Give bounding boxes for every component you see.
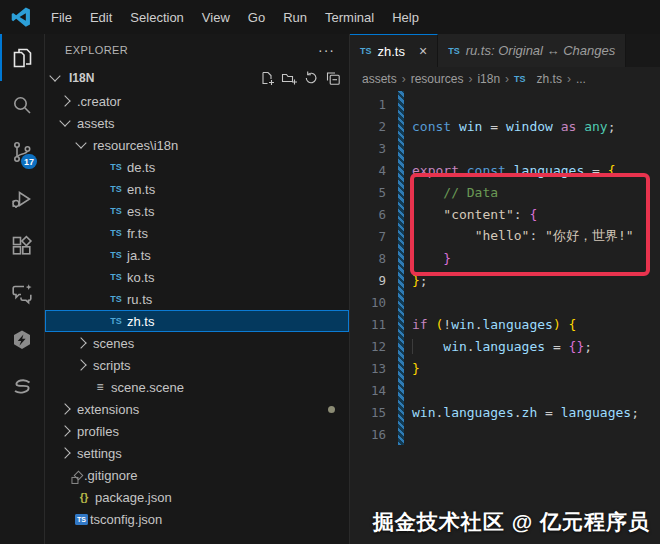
- chevron-down-icon: [59, 115, 70, 126]
- menu-help[interactable]: Help: [383, 10, 428, 25]
- tree-item-scene-scene[interactable]: ≡scene.scene: [45, 376, 349, 398]
- code-line[interactable]: 15win.languages.zh = languages;: [350, 401, 660, 423]
- refresh-icon[interactable]: [303, 70, 319, 86]
- menu-view[interactable]: View: [193, 10, 239, 25]
- code-token: win: [459, 119, 482, 134]
- menu-edit[interactable]: Edit: [81, 10, 121, 25]
- line-number[interactable]: 11: [350, 317, 386, 332]
- files-icon: [10, 46, 34, 70]
- code-token: !: [443, 317, 451, 332]
- activity-explorer[interactable]: [0, 34, 44, 81]
- line-number[interactable]: 12: [350, 339, 386, 354]
- code-line[interactable]: 8 }: [350, 247, 660, 269]
- close-icon[interactable]: ×: [419, 43, 427, 59]
- explorer-more-actions-icon[interactable]: ···: [318, 42, 335, 58]
- code-line[interactable]: 4export const languages = {: [350, 159, 660, 181]
- code-token: const: [467, 163, 514, 178]
- activity-source-control[interactable]: 17: [0, 128, 44, 175]
- tree-item-resources-i18n[interactable]: resources\i18n: [45, 134, 349, 156]
- menu-go[interactable]: Go: [239, 10, 274, 25]
- tree-item-scripts[interactable]: scripts: [45, 354, 349, 376]
- activity-chat[interactable]: [0, 269, 44, 316]
- menu-file[interactable]: File: [42, 10, 81, 25]
- code-token: languages: [443, 405, 513, 420]
- line-number[interactable]: 2: [350, 119, 386, 134]
- tree-item--creator[interactable]: .creator: [45, 90, 349, 112]
- code-line[interactable]: 16: [350, 423, 660, 445]
- code-line[interactable]: 5 // Data: [350, 181, 660, 203]
- new-folder-icon[interactable]: [281, 70, 297, 86]
- typescript-file-icon: TS: [107, 294, 125, 304]
- breadcrumb-item[interactable]: i18n: [477, 72, 500, 86]
- tree-item-extensions[interactable]: extensions: [45, 398, 349, 420]
- tab-ru-ts-diff[interactable]: TS ru.ts: Original ↔ Changes: [438, 34, 626, 67]
- tree-item-scenes[interactable]: scenes: [45, 332, 349, 354]
- chevron-right-icon: [59, 425, 70, 436]
- explorer-section-header[interactable]: I18N: [45, 66, 349, 90]
- tab-label: zh.ts: [378, 44, 405, 59]
- code-token: {: [529, 207, 537, 222]
- menu-terminal[interactable]: Terminal: [316, 10, 383, 25]
- code-line[interactable]: 12 win.languages = {};: [350, 335, 660, 357]
- line-number[interactable]: 15: [350, 405, 386, 420]
- tree-item-zh-ts[interactable]: TSzh.ts: [45, 310, 349, 332]
- breadcrumb-item[interactable]: assets: [362, 72, 397, 86]
- typescript-file-icon: TS: [107, 184, 125, 194]
- tree-item-ja-ts[interactable]: TSja.ts: [45, 244, 349, 266]
- line-number[interactable]: 6: [350, 207, 386, 222]
- line-number[interactable]: 14: [350, 383, 386, 398]
- tree-item-ko-ts[interactable]: TSko.ts: [45, 266, 349, 288]
- new-file-icon[interactable]: [259, 70, 275, 86]
- tree-item-en-ts[interactable]: TSen.ts: [45, 178, 349, 200]
- code-token: [561, 317, 569, 332]
- line-number[interactable]: 7: [350, 229, 386, 244]
- activity-run-debug[interactable]: [0, 175, 44, 222]
- activity-thunder-client[interactable]: [0, 316, 44, 363]
- tree-item--gitignore[interactable]: .gitignore: [45, 464, 349, 486]
- tree-item-es-ts[interactable]: TSes.ts: [45, 200, 349, 222]
- code-line[interactable]: 2const win = window as any;: [350, 115, 660, 137]
- menu-selection[interactable]: Selection: [121, 10, 192, 25]
- activity-search[interactable]: [0, 81, 44, 128]
- chevron-right-icon: [59, 447, 70, 458]
- line-number[interactable]: 10: [350, 295, 386, 310]
- code-line[interactable]: 14: [350, 379, 660, 401]
- line-number[interactable]: 16: [350, 427, 386, 442]
- tree-item-package-json[interactable]: {}package.json: [45, 486, 349, 508]
- menu-run[interactable]: Run: [274, 10, 316, 25]
- collapse-all-icon[interactable]: [325, 70, 341, 86]
- code-token: :: [514, 207, 530, 222]
- tab-zh-ts[interactable]: TS zh.ts ×: [350, 34, 438, 67]
- code-line[interactable]: 1: [350, 93, 660, 115]
- code-line[interactable]: 3: [350, 137, 660, 159]
- activity-s-extension[interactable]: [0, 363, 44, 410]
- code-line[interactable]: 9};: [350, 269, 660, 291]
- line-number[interactable]: 4: [350, 163, 386, 178]
- breadcrumb-item[interactable]: resources: [411, 72, 464, 86]
- code-line[interactable]: 6 "content": {: [350, 203, 660, 225]
- code-line[interactable]: 11if (!win.languages) {: [350, 313, 660, 335]
- activity-extensions[interactable]: [0, 222, 44, 269]
- tree-item-assets[interactable]: assets: [45, 112, 349, 134]
- chevron-right-icon: ›: [468, 72, 472, 86]
- line-number[interactable]: 9: [350, 273, 386, 288]
- code-line[interactable]: 10: [350, 291, 660, 313]
- line-number[interactable]: 3: [350, 141, 386, 156]
- line-number[interactable]: 5: [350, 185, 386, 200]
- tree-item-tsconfig-json[interactable]: TStsconfig.json: [45, 508, 349, 530]
- line-number[interactable]: 1: [350, 97, 386, 112]
- code-token: ): [553, 317, 561, 332]
- tree-item-settings[interactable]: settings: [45, 442, 349, 464]
- file-tree: .creatorassetsresources\i18nTSde.tsTSen.…: [45, 90, 349, 544]
- tree-item-fr-ts[interactable]: TSfr.ts: [45, 222, 349, 244]
- code-line[interactable]: 7 "hello": "你好，世界!": [350, 225, 660, 247]
- line-number[interactable]: 8: [350, 251, 386, 266]
- code-editor[interactable]: 12const win = window as any;34export con…: [350, 91, 660, 544]
- code-line[interactable]: 13}: [350, 357, 660, 379]
- breadcrumb-item[interactable]: ...: [576, 72, 586, 86]
- line-number[interactable]: 13: [350, 361, 386, 376]
- tree-item-de-ts[interactable]: TSde.ts: [45, 156, 349, 178]
- tree-item-ru-ts[interactable]: TSru.ts: [45, 288, 349, 310]
- tree-item-profiles[interactable]: profiles: [45, 420, 349, 442]
- breadcrumb-item[interactable]: zh.ts: [537, 72, 562, 86]
